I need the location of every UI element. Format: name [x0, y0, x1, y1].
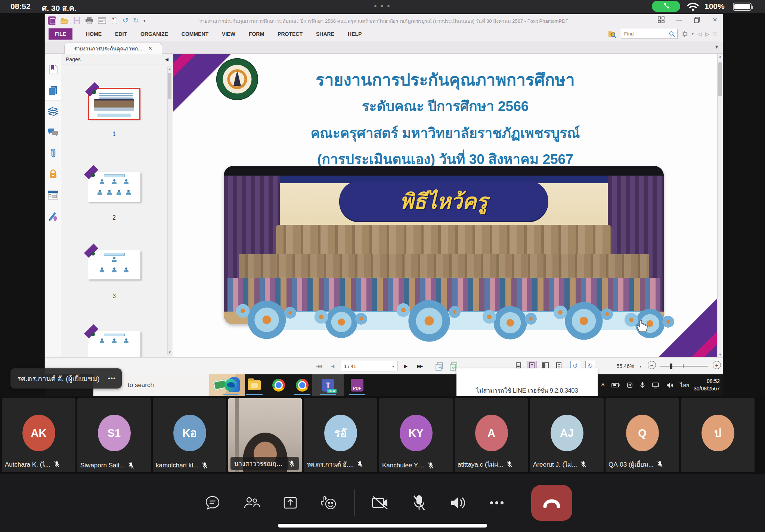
scroll-thumb[interactable]	[718, 62, 722, 96]
layers-panel-icon[interactable]	[45, 101, 61, 122]
security-panel-icon[interactable]	[45, 164, 61, 185]
multitask-dots-icon[interactable]: ● ● ●	[374, 3, 391, 9]
presenter-name-overlay[interactable]: รศ.ดร.กานต์ อั. (ผู้เยี่ยมชม) •••	[10, 368, 122, 389]
zoom-slider[interactable]	[660, 366, 708, 366]
active-call-pill[interactable]	[652, 1, 680, 12]
edge-browser-icon[interactable]	[223, 378, 238, 393]
menu-form[interactable]: FORM	[249, 31, 264, 37]
previous-page-button[interactable]: ◀	[331, 361, 334, 371]
page-thumbnail-3[interactable]	[88, 250, 140, 279]
zoom-dropdown-icon[interactable]: ▾	[639, 361, 641, 371]
participant-tile[interactable]: A atittaya.c (ไม่ผ่...	[455, 398, 528, 472]
restore-button[interactable]	[693, 16, 701, 23]
last-page-button[interactable]: ▶▶	[417, 361, 422, 371]
scroll-thumb[interactable]	[168, 73, 171, 99]
find-next-icon[interactable]: ▷	[705, 31, 709, 37]
fields-panel-icon[interactable]	[45, 185, 61, 205]
menu-home[interactable]: HOME	[86, 31, 102, 37]
tray-volume-icon[interactable]	[666, 382, 673, 389]
pages-panel-icon[interactable]	[45, 80, 61, 101]
document-tab[interactable]: รายงานการประกันคุณภาพก... ✕	[64, 43, 162, 54]
scroll-up-icon[interactable]: ▲	[168, 67, 172, 71]
taskbar-clock[interactable]: 08:52 30/08/2567	[691, 377, 720, 392]
overlay-more-icon[interactable]: •••	[108, 375, 116, 382]
tray-microphone-icon[interactable]	[640, 382, 645, 389]
insert-page-icon[interactable]	[435, 361, 444, 371]
hang-up-button[interactable]	[531, 485, 572, 521]
foxit-logo-icon[interactable]	[48, 16, 56, 25]
scroll-down-icon[interactable]: ▼	[718, 353, 723, 356]
undo-icon[interactable]: ↺	[123, 16, 128, 25]
scroll-up-icon[interactable]: ▲	[718, 55, 723, 58]
qat-more-icon[interactable]: ▾	[143, 18, 146, 23]
first-page-button[interactable]: ◀◀	[316, 361, 321, 371]
menu-protect[interactable]: PROTECT	[278, 31, 303, 37]
mic-off-button[interactable]	[409, 493, 429, 513]
tray-battery-icon[interactable]	[611, 383, 620, 388]
tab-close-icon[interactable]: ✕	[148, 46, 152, 51]
bookmarks-panel-icon[interactable]	[45, 59, 61, 80]
participant-tile[interactable]: AJ Areerut J. (ไม่...	[530, 398, 604, 472]
participant-tile[interactable]: AK Autchara K. (ไ...	[2, 398, 75, 472]
zoom-out-button[interactable]: −	[648, 361, 656, 369]
page-thumbnail-4[interactable]	[88, 331, 140, 357]
participant-tile[interactable]: Kอ kamolchart kl...	[153, 398, 226, 472]
redo-icon[interactable]: ↻	[133, 16, 139, 25]
more-options-button[interactable]	[487, 493, 507, 513]
tray-network-icon[interactable]	[652, 382, 659, 389]
tray-sync-icon[interactable]	[626, 382, 633, 389]
scroll-down-icon[interactable]: ▼	[168, 350, 172, 354]
menu-view[interactable]: VIEW	[222, 31, 235, 37]
pdf-page[interactable]: รายงานการประกันคุณภาพการศึกษา ระดับคณะ ป…	[173, 54, 717, 357]
toolbar-collapse-icon[interactable]: ▼	[714, 44, 719, 50]
menu-share[interactable]: SHARE	[316, 31, 334, 37]
zoom-in-button[interactable]: +	[713, 361, 721, 369]
line-notification[interactable]: ไม่สามารถใช้ LINE เวอร์ชั่น 9.2.0.3403	[456, 368, 598, 396]
foxit-pdf-icon[interactable]: PDF	[350, 378, 365, 393]
search-icon[interactable]	[669, 31, 675, 37]
reactions-button[interactable]	[319, 493, 339, 513]
menu-comment[interactable]: COMMENT	[182, 31, 208, 37]
menu-organize[interactable]: ORGANIZE	[140, 31, 168, 37]
folder-search-icon[interactable]	[608, 30, 617, 38]
share-content-button[interactable]	[281, 493, 300, 513]
find-settings-gear-icon[interactable]	[681, 31, 688, 37]
speaker-button[interactable]	[448, 493, 468, 513]
print-icon[interactable]	[85, 17, 93, 24]
participants-button[interactable]	[242, 493, 261, 513]
home-indicator[interactable]	[278, 524, 487, 528]
participant-tile[interactable]: รอั รศ.ดร.กานต์ อั....	[304, 398, 377, 472]
page-number-value[interactable]: 1 / 41	[344, 364, 356, 369]
signature-panel-icon[interactable]	[45, 205, 61, 226]
attachments-panel-icon[interactable]	[45, 143, 61, 164]
email-icon[interactable]	[98, 17, 106, 24]
teams-icon[interactable]: TNEW	[320, 378, 335, 393]
menu-edit[interactable]: EDIT	[115, 31, 127, 37]
page-dropdown-icon[interactable]: ▾	[392, 364, 394, 368]
close-button[interactable]: ✕	[711, 16, 719, 23]
page-thumbnail-1[interactable]	[89, 89, 139, 119]
page-thumbnail-2[interactable]	[88, 172, 140, 202]
find-previous-icon[interactable]: ◁	[697, 31, 701, 37]
panel-collapse-icon[interactable]: ◀	[165, 57, 168, 62]
favorite-heart-icon[interactable]: ♡	[713, 31, 718, 37]
tray-chevron-icon[interactable]: ^	[601, 382, 605, 389]
chrome-profile-icon[interactable]	[295, 378, 310, 393]
find-input[interactable]	[623, 31, 669, 37]
participant-tile-video[interactable]: นางสาววรรณฤดี...	[228, 398, 302, 472]
chrome-icon[interactable]	[271, 378, 286, 393]
minimize-button[interactable]: —	[675, 17, 683, 23]
menu-file[interactable]: FILE	[49, 28, 72, 40]
camera-off-button[interactable]	[371, 493, 390, 513]
zoom-slider-thumb[interactable]	[670, 364, 672, 369]
next-page-button[interactable]: ▶	[404, 361, 407, 371]
save-icon[interactable]	[73, 17, 81, 24]
participant-tile[interactable]: Q QA-03 (ผู้เยี่ยม...	[606, 398, 679, 472]
new-document-icon[interactable]	[111, 17, 118, 24]
participant-tile[interactable]: S1 Siwaporn Sait...	[77, 398, 151, 472]
open-file-icon[interactable]	[61, 17, 69, 24]
zoom-level-value[interactable]: 55.46%	[604, 361, 634, 371]
gear-dropdown-icon[interactable]: ▾	[692, 32, 694, 36]
participant-tile[interactable]: ป	[681, 398, 755, 472]
document-scrollbar[interactable]: ▲ ▼	[717, 54, 723, 357]
